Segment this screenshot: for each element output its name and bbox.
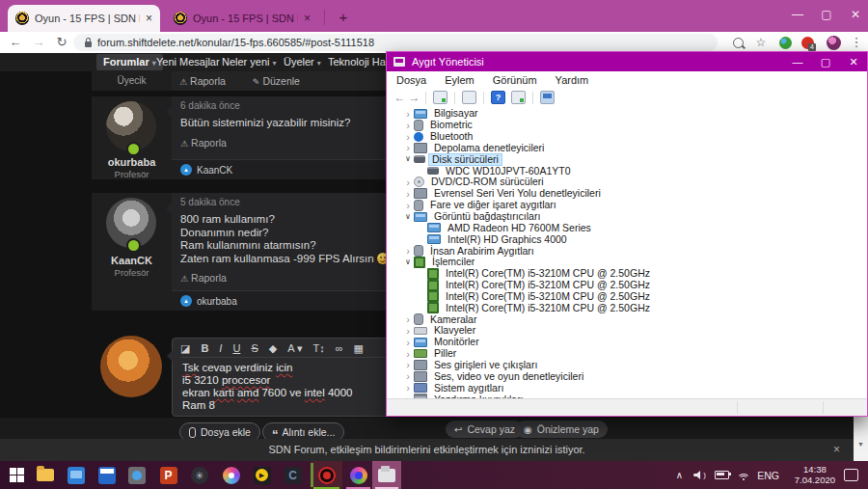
device-tree-label[interactable]: Klavyeler — [431, 325, 478, 336]
device-tree-item[interactable]: Intel(R) Core(TM) i5-3210M CPU @ 2.50GHz — [389, 291, 865, 303]
window-maximize-button[interactable]: ▢ — [812, 0, 841, 29]
taskbar-powerpoint-icon[interactable]: P — [154, 461, 182, 489]
editor-text[interactable]: Tsk cevap verdiniz icini5 3210 proccesor… — [182, 362, 353, 412]
device-tree-label[interactable]: Intel(R) Core(TM) i5-3210M CPU @ 2.50GHz — [443, 303, 653, 313]
remove-format-icon[interactable]: ◪ — [180, 342, 190, 355]
device-tree-label[interactable]: Görüntü bağdaştırıcıları — [431, 211, 543, 222]
image-icon[interactable]: ▦ — [354, 342, 364, 355]
italic-icon[interactable]: I — [219, 342, 222, 354]
device-tree-item[interactable]: ∨Görüntü bağdaştırıcıları — [389, 211, 865, 223]
tree-expander-icon[interactable]: ∨ — [402, 258, 414, 267]
tree-expander-icon[interactable]: › — [402, 201, 414, 210]
current-user-avatar[interactable] — [100, 336, 162, 397]
window-minimize-button[interactable]: — — [783, 0, 812, 29]
tree-expander-icon[interactable]: › — [402, 121, 414, 130]
new-tab-button[interactable]: + — [332, 6, 355, 29]
adblock-extension-icon[interactable]: 4 — [801, 37, 814, 49]
font-color-icon[interactable]: A ▾ — [287, 342, 302, 355]
taskbar-fan-utility-app-icon[interactable]: ✳ — [185, 461, 213, 489]
device-tree-item[interactable]: AMD Radeon HD 7600M Series — [389, 222, 865, 233]
device-tree-label[interactable]: Depolama denetleyicileri — [431, 143, 547, 153]
page-zoom-icon[interactable] — [733, 38, 744, 48]
tree-expander-icon[interactable]: › — [402, 246, 414, 256]
scroll-down-icon[interactable]: ▼ — [854, 441, 868, 448]
post-time[interactable]: 5 dakika önce — [180, 197, 240, 207]
tree-expander-icon[interactable]: › — [402, 143, 414, 152]
device-tree-item[interactable]: ›DVD/CD-ROM sürücüleri — [389, 177, 865, 188]
tree-expander-icon[interactable]: ∨ — [402, 212, 414, 222]
dm-minimize-button[interactable]: — — [784, 52, 811, 71]
tree-expander-icon[interactable]: › — [402, 314, 414, 324]
computer-scan-icon[interactable] — [540, 91, 555, 104]
language-indicator[interactable]: ENG — [757, 461, 779, 489]
taskbar-start-icon[interactable] — [2, 461, 31, 489]
tree-expander-icon[interactable]: › — [402, 132, 414, 142]
nav-neler-yeni[interactable]: Neler yeni▾ — [222, 53, 277, 71]
device-tree-item[interactable]: Intel(R) Core(TM) i5-3210M CPU @ 2.50GHz — [389, 302, 865, 313]
back-icon[interactable]: ← — [6, 32, 25, 53]
browser-menu-icon[interactable]: ⋮ — [847, 32, 866, 53]
device-tree-label[interactable]: Bilgisayar — [431, 108, 481, 119]
tree-expander-icon[interactable]: › — [402, 360, 414, 369]
device-tree-label[interactable]: Intel(R) HD Graphics 4000 — [445, 234, 570, 245]
menu-gorunum[interactable]: Görünüm — [493, 74, 537, 86]
underline-icon[interactable]: U — [232, 342, 240, 354]
taskbar-recorder-app-icon[interactable] — [311, 461, 342, 489]
device-tree-item[interactable]: ›Ses, video ve oyun denetleyicileri — [389, 370, 865, 382]
device-tree-item[interactable]: ›İnsan Arabirim Aygıtları — [389, 245, 865, 257]
author-name[interactable]: KaanCK — [92, 255, 172, 266]
device-tree-label[interactable]: Ses girişleri ve çıkışları — [431, 360, 540, 370]
device-tree-label[interactable]: Kameralar — [427, 314, 479, 325]
reaction-user[interactable]: okurbaba — [197, 296, 237, 307]
help-icon[interactable]: ? — [491, 91, 505, 104]
device-tree-item[interactable]: Intel(R) HD Graphics 4000 — [389, 233, 865, 245]
taskbar-file-explorer-icon[interactable] — [32, 461, 59, 489]
device-tree-label[interactable]: Piller — [431, 348, 459, 359]
tree-expander-icon[interactable]: › — [402, 371, 414, 381]
device-tree-label[interactable]: Biometric — [427, 120, 475, 130]
url-bar[interactable]: forum.shiftdelete.net/konular/15-fps.660… — [73, 34, 718, 51]
device-tree-label[interactable]: Evrensel Seri Veri Yolu denetleyicileri — [431, 188, 604, 199]
taskbar-paint-3d-icon[interactable] — [217, 461, 245, 489]
device-tree-label[interactable]: Disk sürücüleri — [429, 154, 502, 165]
bookmark-star-icon[interactable]: ☆ — [751, 32, 771, 53]
post-reply-button[interactable]: ↩Cevap yaz — [446, 421, 524, 438]
download-manager-extension-icon[interactable] — [779, 37, 792, 49]
refresh-icon[interactable]: ↻ — [52, 32, 71, 53]
link-icon[interactable]: ∞ — [336, 342, 343, 354]
text-color-icon[interactable]: ◆ — [269, 342, 277, 355]
taskbar-cheat-engine-app-icon[interactable]: C — [279, 461, 307, 489]
battery-icon[interactable] — [715, 461, 729, 489]
menu-yardim[interactable]: Yardım — [556, 74, 589, 86]
wifi-icon[interactable] — [737, 461, 750, 489]
font-size-icon[interactable]: T↕ — [313, 342, 325, 354]
tree-expander-icon[interactable]: › — [402, 338, 414, 347]
dm-maximize-button[interactable]: ▢ — [812, 52, 839, 71]
report-link[interactable]: ⚠Raporla — [180, 272, 227, 284]
tree-expander-icon[interactable]: › — [402, 383, 414, 393]
preview-button[interactable]: ◉Önizleme yap — [515, 421, 608, 438]
dm-back-icon[interactable]: ← — [393, 91, 407, 104]
taskbar-screen-app-icon[interactable] — [62, 461, 90, 489]
device-tree-label[interactable]: AMD Radeon HD 7600M Series — [445, 223, 594, 233]
profile-avatar[interactable] — [827, 36, 841, 50]
tree-expander-icon[interactable]: › — [402, 349, 414, 359]
device-tree-item[interactable]: ›Klavyeler — [389, 325, 865, 337]
taskbar-mail-calendar-app-icon[interactable] — [93, 461, 121, 489]
device-tree-item[interactable]: ›Fare ve diğer işaret aygıtları — [389, 200, 865, 211]
device-tree-label[interactable]: Fare ve diğer işaret aygıtları — [427, 200, 559, 210]
author-name[interactable]: okurbaba — [92, 156, 172, 168]
close-icon[interactable]: × — [833, 439, 840, 461]
browser-tab-active[interactable]: Oyun - 15 FPS | SDN Forum × — [8, 5, 160, 32]
taskbar-photos-app-icon[interactable] — [122, 461, 150, 489]
browser-tab-inactive[interactable]: Oyun - 15 FPS | SDN Forum × — [166, 5, 318, 32]
report-link[interactable]: ⚠Raporla — [180, 137, 227, 149]
taskbar-clock[interactable]: 14:38 7.04.2020 — [795, 465, 835, 485]
device-tree-label[interactable]: Bluetooth — [427, 131, 475, 142]
url-text[interactable]: forum.shiftdelete.net/konular/15-fps.660… — [97, 37, 374, 48]
console-tree-icon[interactable] — [433, 91, 448, 104]
device-tree-item[interactable]: ›Piller — [389, 348, 865, 360]
scan-hardware-icon[interactable] — [511, 91, 526, 104]
device-tree-label[interactable]: Monitörler — [431, 337, 482, 347]
dm-forward-icon[interactable]: → — [407, 91, 421, 104]
